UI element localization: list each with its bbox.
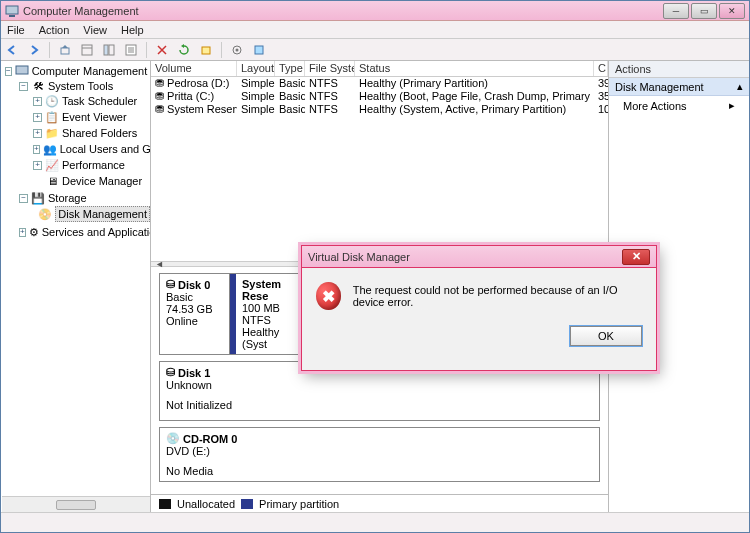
col-volume[interactable]: Volume [151,61,237,76]
dialog-title: Virtual Disk Manager [308,251,622,263]
device-icon: 🖥 [45,174,59,188]
expander-icon[interactable]: + [33,129,42,138]
svg-rect-6 [109,45,114,55]
tree-root[interactable]: Computer Management (Local) [32,64,151,78]
volume-list[interactable]: ⛃ Pedrosa (D:) Simple Basic NTFS Healthy… [151,77,608,116]
tree-disk-management[interactable]: Disk Management [55,206,150,222]
expander-icon[interactable]: + [33,161,42,170]
error-message: The request could not be performed becau… [353,284,642,308]
svg-rect-0 [6,6,18,14]
cdrom-icon: 💿 [166,432,180,445]
close-button[interactable]: ✕ [719,3,745,19]
tree-shared-folders[interactable]: Shared Folders [62,126,137,140]
cdrom-0[interactable]: 💿CD-ROM 0 DVD (E:) No Media [159,427,600,482]
view-button-2[interactable] [100,41,118,59]
tree-scrollbar[interactable] [2,496,150,512]
col-capacity[interactable]: C [594,61,608,76]
services-icon: ⚙ [29,225,39,239]
tree-services[interactable]: Services and Applications [42,225,151,239]
actions-more[interactable]: More Actions ▸ [609,96,749,115]
tree-system-tools[interactable]: System Tools [48,79,113,93]
minimize-button[interactable]: ─ [663,3,689,19]
legend-primary: Primary partition [259,498,339,510]
view-button-1[interactable] [78,41,96,59]
actions-header: Actions [609,61,749,78]
menu-action[interactable]: Action [39,24,70,36]
refresh-button[interactable] [175,41,193,59]
disk-label: ⛁Disk 0 Basic 74.53 GB Online [160,274,230,354]
maximize-button[interactable]: ▭ [691,3,717,19]
titlebar[interactable]: Computer Management ─ ▭ ✕ [1,1,749,21]
actions-section[interactable]: Disk Management ▴ [609,78,749,96]
storage-icon: 💾 [31,191,45,205]
svg-rect-5 [104,45,108,55]
volume-row[interactable]: ⛃ Pedrosa (D:) Simple Basic NTFS Healthy… [151,77,608,90]
svg-rect-11 [202,47,210,54]
menubar: File Action View Help [1,21,749,39]
back-button[interactable] [3,41,21,59]
col-type[interactable]: Type [275,61,305,76]
svg-rect-3 [82,45,92,55]
expander-icon[interactable]: + [19,228,26,237]
ok-button[interactable]: OK [570,326,642,346]
legend-unallocated: Unallocated [177,498,235,510]
col-fs[interactable]: File System [305,61,355,76]
disk-label: 💿CD-ROM 0 DVD (E:) No Media [160,428,599,481]
computer-icon [15,64,29,78]
expander-icon[interactable]: − [19,82,28,91]
drive-icon: ⛃ [155,90,164,102]
col-status[interactable]: Status [355,61,594,76]
help-button[interactable] [250,41,268,59]
svg-rect-2 [61,48,69,54]
tree-local-users[interactable]: Local Users and Groups [60,142,151,156]
legend: Unallocated Primary partition [151,494,608,512]
tree-performance[interactable]: Performance [62,158,125,172]
disk-icon: 📀 [38,207,52,221]
expander-icon[interactable]: + [33,145,40,154]
volume-row[interactable]: ⛃ System Reserved Simple Basic NTFS Heal… [151,103,608,116]
col-layout[interactable]: Layout [237,61,275,76]
tree-event-viewer[interactable]: Event Viewer [62,110,127,124]
app-icon [5,4,19,18]
error-dialog: Virtual Disk Manager ✕ ✖ The request cou… [301,245,657,371]
drive-icon: ⛃ [155,103,164,115]
properties-button[interactable] [122,41,140,59]
export-button[interactable] [197,41,215,59]
tree-task-scheduler[interactable]: Task Scheduler [62,94,137,108]
event-icon: 📋 [45,110,59,124]
partition-system-reserved[interactable]: System Rese 100 MB NTFS Healthy (Syst [230,274,290,354]
users-icon: 👥 [43,142,57,156]
clock-icon: 🕒 [45,94,59,108]
up-button[interactable] [56,41,74,59]
dialog-titlebar[interactable]: Virtual Disk Manager ✕ [302,246,656,268]
statusbar [1,512,749,532]
expander-icon[interactable]: + [33,97,42,106]
tree-storage[interactable]: Storage [48,191,87,205]
tree-device-manager[interactable]: Device Manager [62,174,142,188]
chevron-right-icon: ▸ [729,99,735,112]
forward-button[interactable] [25,41,43,59]
menu-view[interactable]: View [83,24,107,36]
settings-button[interactable] [228,41,246,59]
legend-swatch-primary [241,499,253,509]
expander-icon[interactable]: − [19,194,28,203]
perf-icon: 📈 [45,158,59,172]
svg-rect-15 [16,66,28,74]
expander-icon[interactable]: − [5,67,12,76]
delete-button[interactable] [153,41,171,59]
error-icon: ✖ [316,282,341,310]
menu-help[interactable]: Help [121,24,144,36]
computer-management-window: Computer Management ─ ▭ ✕ File Action Vi… [0,0,750,533]
disk-icon: ⛁ [166,278,175,291]
menu-file[interactable]: File [7,24,25,36]
volume-header[interactable]: Volume Layout Type File System Status C [151,61,608,77]
volume-row[interactable]: ⛃ Pritta (C:) Simple Basic NTFS Healthy … [151,90,608,103]
window-title: Computer Management [23,5,663,17]
svg-point-13 [236,48,239,51]
tree-pane[interactable]: −Computer Management (Local) −🛠System To… [1,61,151,512]
dialog-close-button[interactable]: ✕ [622,249,650,265]
svg-rect-14 [255,46,263,54]
expander-icon[interactable]: + [33,113,42,122]
folder-icon: 📁 [45,126,59,140]
legend-swatch-unallocated [159,499,171,509]
